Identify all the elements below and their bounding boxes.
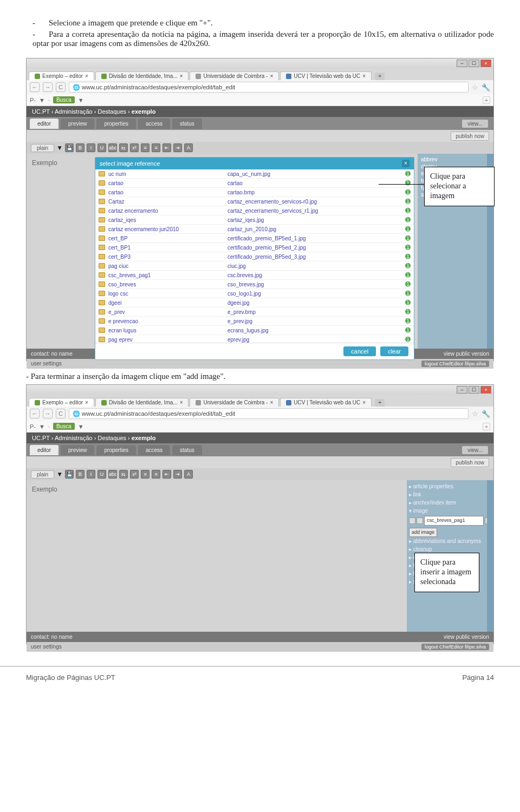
- tab-exemplo[interactable]: Exemplo – editor×: [29, 71, 94, 80]
- select-file-button[interactable]: ➊: [405, 253, 411, 260]
- back-button[interactable]: ←: [30, 409, 40, 418]
- select-file-button[interactable]: ➊: [405, 179, 411, 187]
- url-field[interactable]: 🌐 www.uc.pt/administracao/destaques/exem…: [69, 408, 469, 419]
- italic-button[interactable]: I: [87, 470, 95, 479]
- file-row[interactable]: cartaz encerramento jun2010cartaz_jun_20…: [95, 225, 414, 234]
- file-row[interactable]: logo csccso_logo1.jpg➊: [95, 289, 414, 298]
- ol-button[interactable]: ≡: [141, 143, 150, 152]
- select-file-button[interactable]: ➊: [405, 271, 411, 279]
- select-file-button[interactable]: ➊: [405, 244, 411, 251]
- new-tab-button[interactable]: +: [375, 399, 385, 407]
- file-row[interactable]: csc_breves_pag1csc.breves.jpg➊: [95, 271, 414, 280]
- file-row[interactable]: cartaocartao➊: [95, 179, 414, 188]
- select-file-button[interactable]: ➊: [405, 290, 411, 297]
- forward-button[interactable]: →: [43, 82, 53, 92]
- file-row[interactable]: e_preve_prev.bmp➊: [95, 307, 414, 317]
- plain-select[interactable]: plain: [31, 144, 54, 152]
- tab-divisao[interactable]: Divisão de Identidade, Ima...×: [95, 71, 189, 80]
- tab-uc[interactable]: Universidade de Coimbra -×: [190, 71, 279, 80]
- reload-button[interactable]: C: [56, 409, 66, 418]
- user-settings-link[interactable]: user settings: [31, 361, 62, 367]
- select-file-button[interactable]: ➊: [405, 299, 411, 306]
- bookmark-icon[interactable]: ☆: [472, 83, 478, 91]
- plain-select[interactable]: plain: [31, 470, 54, 479]
- file-row[interactable]: cartaz_iqescartaz_iqes.jpg➊: [95, 215, 414, 225]
- cancel-button[interactable]: cancel: [343, 346, 376, 356]
- up-icon[interactable]: [417, 518, 423, 524]
- file-row[interactable]: cso_brevescso_breves.jpg➊: [95, 280, 414, 289]
- minimize-button[interactable]: –: [457, 386, 467, 394]
- outdent-button[interactable]: ⇤: [162, 143, 171, 152]
- ul-button[interactable]: ≡: [152, 470, 160, 479]
- url-field[interactable]: 🌐 www.uc.pt/administracao/destaques/exem…: [69, 82, 469, 93]
- select-file-button[interactable]: ➊: [405, 336, 411, 343]
- file-row[interactable]: ecran lugusecrans_lugus.jpg➊: [95, 326, 414, 335]
- underline-button[interactable]: U: [98, 470, 106, 479]
- side-abbrev[interactable]: ▸ abbreviations and acronyms: [409, 537, 491, 545]
- tab-properties[interactable]: properties: [96, 445, 135, 455]
- tab-access[interactable]: access: [138, 445, 170, 455]
- select-file-button[interactable]: ➊: [405, 216, 411, 224]
- indent-button[interactable]: ⇥: [173, 470, 182, 479]
- select-file-button[interactable]: ➊: [405, 262, 411, 270]
- save-icon[interactable]: 💾: [65, 470, 74, 479]
- settings-icon[interactable]: 🔧: [482, 83, 490, 91]
- minimize-button[interactable]: –: [457, 60, 467, 67]
- tab-preview[interactable]: preview: [61, 445, 94, 455]
- close-button[interactable]: ×: [480, 60, 491, 67]
- tab-divisao[interactable]: Divisão de Identidade, Ima...×: [95, 398, 189, 407]
- strike-button[interactable]: abc: [108, 470, 117, 479]
- add-toolbar-button[interactable]: +: [483, 423, 490, 430]
- bookmark-icon[interactable]: ☆: [472, 410, 478, 418]
- side-cleanup[interactable]: ▸ cleanup: [409, 545, 491, 553]
- busca-button[interactable]: Busca: [53, 96, 75, 103]
- add-toolbar-button[interactable]: +: [483, 96, 490, 104]
- close-button[interactable]: ×: [480, 386, 491, 394]
- file-row[interactable]: cert_BPcertificado_premio_BP5ed_1.jpg➊: [95, 234, 414, 243]
- file-row[interactable]: Cartazcartaz_encerramento_servicos-r0.jp…: [95, 197, 414, 206]
- ol-button[interactable]: ≡: [141, 470, 150, 479]
- reload-button[interactable]: C: [56, 82, 66, 92]
- outdent-button[interactable]: ⇤: [162, 470, 171, 479]
- file-row[interactable]: pag epreveprev.jpg➊: [95, 335, 414, 343]
- user-settings-link[interactable]: user settings: [31, 644, 62, 650]
- ul-button[interactable]: ≡: [152, 143, 160, 152]
- select-file-button[interactable]: ➊: [405, 280, 411, 288]
- indent-button[interactable]: ⇥: [173, 143, 182, 152]
- strike-button[interactable]: abc: [108, 143, 117, 152]
- collapse-handle[interactable]: [487, 480, 493, 632]
- tab-access[interactable]: access: [138, 119, 170, 129]
- select-file-button[interactable]: ➊: [405, 170, 411, 178]
- maximize-button[interactable]: ☐: [469, 60, 479, 67]
- publish-now-button[interactable]: publish now: [451, 132, 489, 141]
- forward-button[interactable]: →: [43, 409, 53, 418]
- view-public-link[interactable]: view public version: [444, 634, 489, 640]
- select-file-button[interactable]: ➊: [405, 317, 411, 325]
- tab-properties[interactable]: properties: [96, 119, 135, 129]
- side-article-properties[interactable]: ▸ article properties: [409, 482, 491, 490]
- new-tab-button[interactable]: +: [375, 73, 385, 80]
- sub-button[interactable]: x₂: [119, 470, 128, 479]
- back-button[interactable]: ←: [30, 82, 40, 92]
- save-icon[interactable]: 💾: [65, 143, 74, 152]
- view-button[interactable]: view...: [462, 120, 488, 128]
- file-row[interactable]: uc numcapa_uc_num.jpg➊: [95, 169, 414, 179]
- view-button[interactable]: view...: [462, 446, 488, 454]
- bold-button[interactable]: B: [76, 143, 84, 152]
- color-button[interactable]: A: [184, 143, 193, 152]
- sup-button[interactable]: x²: [130, 470, 139, 479]
- logout-button[interactable]: logout ChiefEditor filipe.silva: [421, 644, 489, 650]
- tab-editor[interactable]: editor: [30, 119, 58, 129]
- folder-icon[interactable]: [409, 518, 415, 524]
- busca-button[interactable]: Busca: [53, 423, 75, 430]
- file-row[interactable]: cert_BP3certificado_premio_BP5ed_3.jpg➊: [95, 252, 414, 261]
- file-row[interactable]: cartaz encerramentocartaz_encerramento_s…: [95, 206, 414, 215]
- select-file-button[interactable]: ➊: [405, 308, 411, 316]
- sub-button[interactable]: x₂: [119, 143, 128, 152]
- side-link[interactable]: ▸ link: [409, 490, 491, 499]
- select-file-button[interactable]: ➊: [405, 225, 411, 233]
- clear-button[interactable]: clear: [380, 346, 408, 356]
- file-row[interactable]: cert_BP1certificado_premio_BP5ed_2.jpg➊: [95, 243, 414, 252]
- select-file-button[interactable]: ➊: [405, 207, 411, 214]
- maximize-button[interactable]: ☐: [469, 386, 479, 394]
